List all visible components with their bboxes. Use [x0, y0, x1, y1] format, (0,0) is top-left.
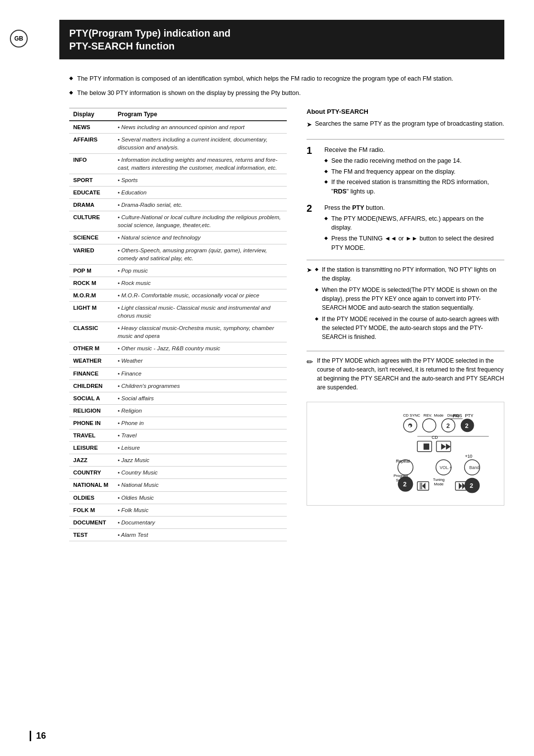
- svg-text:2: 2: [446, 422, 450, 429]
- table-row: POP M• Pop music: [69, 264, 287, 277]
- table-cell-display: CULTURE: [69, 211, 114, 232]
- page-number: 16: [30, 731, 46, 741]
- svg-marker-21: [446, 443, 451, 450]
- about-text: Searches the same PTY as the program typ…: [315, 119, 504, 129]
- table-cell-type: • Others-Speech, amusing program (quiz, …: [114, 244, 287, 264]
- table-cell-display: DRAMA: [69, 199, 114, 211]
- table-cell-display: OTHER M: [69, 342, 114, 355]
- table-cell-type: • Rock music: [114, 277, 287, 289]
- pencil-icon: ✏: [307, 356, 313, 368]
- table-cell-display: ROCK M: [69, 277, 114, 289]
- table-cell-display: VARIED: [69, 244, 114, 264]
- table-row: OLDIES• Oldies Music: [69, 491, 287, 504]
- table-row: CHILDREN• Children's programmes: [69, 379, 287, 392]
- device-image-box: RDS PTY CD SYNC REV. Mode Display: [307, 402, 504, 506]
- svg-marker-36: [422, 482, 426, 489]
- step-1-row: 1 Receive the FM radio. See the radio re…: [307, 145, 504, 196]
- table-row: DRAMA• Drama-Radio serial, etc.: [69, 199, 287, 211]
- table-cell-type: • Heavy classical music-Orchestra music,…: [114, 322, 287, 342]
- table-cell-display: CHILDREN: [69, 379, 114, 392]
- step-2-row: 2 Press the PTY button. The PTY MODE(NEW…: [307, 203, 504, 253]
- svg-text:2: 2: [465, 422, 468, 429]
- table-row: RELIGION• Religion: [69, 404, 287, 417]
- gb-label: GB: [14, 35, 23, 42]
- about-arrow-block: ➤ Searches the same PTY as the program t…: [307, 119, 504, 130]
- svg-text:PTY: PTY: [465, 413, 473, 418]
- step-2-number: 2: [307, 203, 320, 213]
- two-col-layout: Display Program Type NEWS• News includin…: [69, 108, 504, 541]
- step-1-number: 1: [307, 145, 320, 155]
- table-row: SOCIAL A• Social affairs: [69, 392, 287, 404]
- italic-note: ✏ If the PTY MODE which agrees with the …: [307, 351, 504, 392]
- step-1-content: Receive the FM radio. See the radio rece…: [324, 145, 504, 196]
- table-cell-display: LIGHT M: [69, 302, 114, 322]
- table-row: LEISURE• Leisure: [69, 442, 287, 454]
- svg-marker-20: [441, 443, 446, 450]
- table-row: SPORT• Sports: [69, 174, 287, 186]
- table-cell-type: • Several matters including a current in…: [114, 133, 287, 153]
- table-col2-header: Program Type: [114, 108, 287, 121]
- table-cell-type: • Sports: [114, 174, 287, 186]
- table-row: SCIENCE• Natural science and technology: [69, 232, 287, 244]
- table-cell-display: CLASSIC: [69, 322, 114, 342]
- svg-text:Mode: Mode: [434, 482, 444, 486]
- svg-marker-40: [459, 482, 462, 489]
- note-arrow-icon: ➤: [307, 265, 312, 275]
- table-cell-display: WEATHER: [69, 355, 114, 367]
- svg-marker-18: [424, 443, 430, 450]
- about-arrow-icon: ➤: [307, 120, 312, 130]
- table-cell-display: PHONE IN: [69, 417, 114, 429]
- svg-text:Repeat: Repeat: [396, 458, 410, 463]
- table-cell-type: • Leisure: [114, 442, 287, 454]
- svg-text:VOL.+: VOL.+: [440, 465, 452, 470]
- table-cell-type: • News including an announced opinion an…: [114, 121, 287, 134]
- note-content-1: If the station is transmitting no PTY in…: [315, 265, 504, 344]
- step-1-bullet-3: If the received station is transmitting …: [324, 178, 504, 196]
- table-row: OTHER M• Other music - Jazz, R&B country…: [69, 342, 287, 355]
- page-title: PTY(Program Type) indication and PTY-SEA…: [69, 27, 494, 52]
- table-cell-display: SOCIAL A: [69, 392, 114, 404]
- table-cell-display: EDUCATE: [69, 187, 114, 199]
- table-row: FOLK M• Folk Music: [69, 504, 287, 516]
- table-row: TRAVEL• Travel: [69, 429, 287, 442]
- intro-bullet-1: The PTY information is composed of an id…: [69, 74, 504, 84]
- table-cell-display: RELIGION: [69, 404, 114, 417]
- table-cell-type: • Social affairs: [114, 392, 287, 404]
- svg-text:CD: CD: [432, 434, 438, 439]
- table-cell-display: SCIENCE: [69, 232, 114, 244]
- divider-1: [307, 139, 504, 140]
- table-row: NEWS• News including an announced opinio…: [69, 121, 287, 134]
- table-cell-type: • Finance: [114, 367, 287, 379]
- svg-text:Display: Display: [447, 413, 460, 418]
- table-cell-display: NEWS: [69, 121, 114, 134]
- table-row: CLASSIC• Heavy classical music-Orchestra…: [69, 322, 287, 342]
- table-row: COUNTRY• Country Music: [69, 467, 287, 479]
- table-cell-display: TEST: [69, 528, 114, 541]
- pty-table: Display Program Type NEWS• News includin…: [69, 108, 287, 541]
- table-cell-type: • Information including weights and meas…: [114, 153, 287, 174]
- step-2-bullet-2: Press the TUNING ◄◄ or ►► button to sele…: [324, 234, 504, 253]
- table-cell-display: SPORT: [69, 174, 114, 186]
- table-cell-display: COUNTRY: [69, 467, 114, 479]
- page-container: GB PTY(Program Type) indication and PTY-…: [0, 0, 534, 756]
- table-cell-type: • Folk Music: [114, 504, 287, 516]
- table-row: FINANCE• Finance: [69, 367, 287, 379]
- table-cell-display: POP M: [69, 264, 114, 277]
- table-cell-type: • Country Music: [114, 467, 287, 479]
- table-col1-header: Display: [69, 108, 114, 121]
- table-cell-type: • Weather: [114, 355, 287, 367]
- table-row: PHONE IN• Phone in: [69, 417, 287, 429]
- svg-text:Band: Band: [469, 465, 479, 470]
- svg-text:+10: +10: [465, 454, 472, 459]
- svg-text:2: 2: [470, 482, 473, 489]
- table-cell-type: • Religion: [114, 404, 287, 417]
- table-cell-display: FOLK M: [69, 504, 114, 516]
- table-row: M.O.R.M• M.O.R- Comfortable music, occas…: [69, 289, 287, 301]
- table-cell-type: • Pop music: [114, 264, 287, 277]
- table-row: VARIED• Others-Speech, amusing program (…: [69, 244, 287, 264]
- table-cell-type: • Documentary: [114, 516, 287, 528]
- table-cell-type: • Culture-National or local culture incl…: [114, 211, 287, 232]
- table-cell-display: INFO: [69, 153, 114, 174]
- table-cell-display: JAZZ: [69, 454, 114, 467]
- table-cell-type: • Alarm Test: [114, 528, 287, 541]
